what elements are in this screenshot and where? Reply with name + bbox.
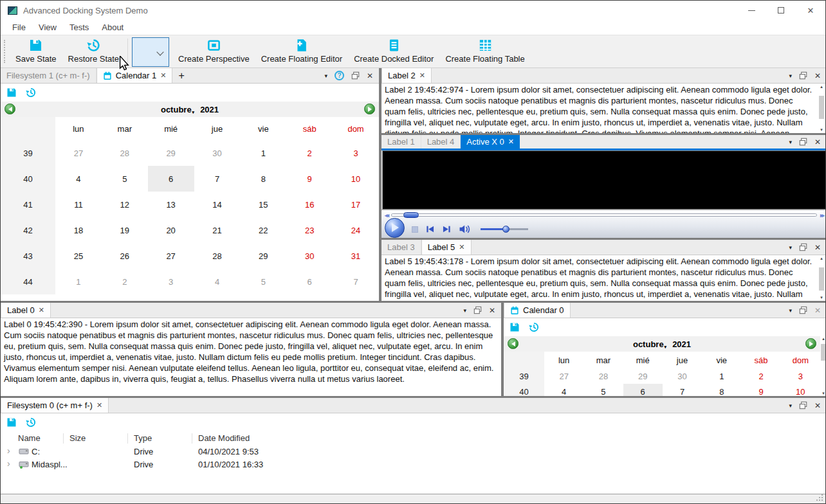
calendar-day-cell[interactable]: 15 xyxy=(240,192,286,217)
scroll-down-icon[interactable]: ▾ xyxy=(822,391,825,396)
tab-close-icon[interactable]: ✕ xyxy=(459,243,464,251)
calendar-day-cell[interactable]: 10 xyxy=(333,166,379,192)
calendar-day-cell[interactable]: 27 xyxy=(55,140,102,166)
calendar-day-cell[interactable]: 29 xyxy=(240,243,286,269)
tab-label2[interactable]: Label 2✕ xyxy=(381,68,432,83)
calendar-day-cell[interactable]: 24 xyxy=(333,217,379,243)
create-docked-editor-button[interactable]: Create Docked Editor xyxy=(348,35,439,68)
calendar-day-cell[interactable]: 30 xyxy=(194,140,241,166)
calendar-day-cell[interactable]: 18 xyxy=(55,217,102,243)
panel-close-icon[interactable]: ✕ xyxy=(367,71,373,80)
calendar-day-cell[interactable]: 7 xyxy=(333,269,379,294)
calendar-day-cell[interactable]: 6 xyxy=(286,269,333,294)
history-icon[interactable] xyxy=(26,87,36,98)
create-floating-editor-button[interactable]: Create Floating Editor xyxy=(255,35,348,68)
add-tab-button[interactable]: + xyxy=(172,68,190,83)
seek-thumb[interactable] xyxy=(403,212,419,218)
cell-name[interactable]: C: xyxy=(32,447,40,456)
prev-month-button[interactable] xyxy=(5,104,15,114)
calendar-day-cell[interactable]: 28 xyxy=(102,140,148,166)
calendar-day-cell[interactable]: 5 xyxy=(583,384,623,396)
calendar-day-cell[interactable]: 21 xyxy=(194,217,241,243)
calendar-day-cell[interactable]: 1 xyxy=(702,368,741,384)
calendar-day-cell[interactable]: 3 xyxy=(781,368,820,384)
tabs-menu-icon[interactable]: ▾ xyxy=(463,307,466,314)
prev-month-button[interactable] xyxy=(508,338,519,349)
panel-close-icon[interactable]: ✕ xyxy=(814,138,821,147)
calendar-day-cell[interactable]: 3 xyxy=(148,269,194,294)
tab-calendar1[interactable]: Calendar 1 ✕ xyxy=(96,68,173,83)
maximize-button[interactable] xyxy=(766,1,796,20)
tabs-menu-icon[interactable]: ▾ xyxy=(789,244,792,251)
panel-close-icon[interactable]: ✕ xyxy=(814,306,821,315)
tabs-menu-icon[interactable]: ▾ xyxy=(789,73,792,79)
calendar-day-cell[interactable]: 14 xyxy=(194,192,241,217)
minimize-button[interactable] xyxy=(737,1,766,20)
tab-close-icon[interactable]: ✕ xyxy=(419,71,425,80)
tab-label5[interactable]: Label 5✕ xyxy=(421,240,472,255)
tab-close-icon[interactable]: ✕ xyxy=(39,306,44,314)
restore-state-button[interactable]: Restore State xyxy=(62,35,125,68)
undock-icon[interactable] xyxy=(799,71,807,80)
rewind-icon[interactable]: ◂◂ xyxy=(385,212,388,219)
volume-thumb[interactable] xyxy=(502,226,509,233)
tabs-menu-icon[interactable]: ▾ xyxy=(789,307,792,314)
seek-slider[interactable] xyxy=(391,213,817,217)
panel-close-icon[interactable]: ✕ xyxy=(489,306,495,315)
calendar-day-cell[interactable]: 27 xyxy=(544,368,583,384)
calendar-day-cell[interactable]: 20 xyxy=(148,217,194,243)
panel-close-icon[interactable]: ✕ xyxy=(814,71,821,80)
column-header-size[interactable]: Size xyxy=(69,433,86,443)
menu-file[interactable]: File xyxy=(6,22,32,32)
play-button[interactable] xyxy=(385,218,405,238)
expand-chevron-icon[interactable]: › xyxy=(7,458,10,469)
scroll-thumb[interactable] xyxy=(819,267,824,291)
menu-about[interactable]: About xyxy=(95,22,130,32)
calendar-day-cell[interactable]: 9 xyxy=(741,384,780,396)
next-month-button[interactable] xyxy=(364,104,375,114)
tab-close-icon[interactable]: ✕ xyxy=(508,138,514,146)
calendar-day-cell[interactable]: 2 xyxy=(741,368,780,384)
mute-button[interactable] xyxy=(459,224,471,234)
calendar-day-cell[interactable]: 19 xyxy=(102,217,148,243)
scroll-up-icon[interactable]: ▴ xyxy=(822,336,825,341)
calendar-day-cell[interactable]: 10 xyxy=(781,384,820,396)
calendar-day-cell[interactable]: 28 xyxy=(194,243,241,269)
calendar-day-cell[interactable]: 29 xyxy=(148,140,194,166)
tabs-menu-icon[interactable]: ▾ xyxy=(324,73,327,79)
calendar-day-cell[interactable]: 8 xyxy=(240,166,286,192)
scrollbar[interactable]: ▴ ▾ xyxy=(818,84,825,132)
calendar-day-cell[interactable]: 27 xyxy=(148,243,194,269)
create-floating-table-button[interactable]: Create Floating Table xyxy=(439,35,530,68)
column-separator[interactable] xyxy=(127,433,128,444)
column-header-name[interactable]: Name xyxy=(18,433,41,443)
calendar-day-cell[interactable]: 6 xyxy=(148,166,194,192)
calendar-day-cell[interactable]: 9 xyxy=(286,166,333,192)
calendar-day-cell[interactable]: 29 xyxy=(623,368,663,384)
calendar-day-cell[interactable]: 6 xyxy=(623,384,663,396)
scroll-up-icon[interactable]: ▴ xyxy=(820,84,823,89)
panel-close-icon[interactable]: ✕ xyxy=(814,243,821,252)
undock-icon[interactable] xyxy=(473,306,482,314)
menu-tests[interactable]: Tests xyxy=(63,22,95,32)
calendar-day-cell[interactable]: 25 xyxy=(55,243,102,269)
scroll-thumb[interactable] xyxy=(821,344,826,361)
calendar0-month-year[interactable]: octubre▾2021 xyxy=(504,339,820,349)
history-icon[interactable] xyxy=(26,417,36,428)
calendar-day-cell[interactable]: 31 xyxy=(333,243,379,269)
scrollbar[interactable]: ▴ ▾ xyxy=(818,256,825,300)
calendar1-month-year[interactable]: octubre▾2021 xyxy=(1,105,379,114)
tab-label4[interactable]: Label 4 xyxy=(421,135,461,148)
tab-label3[interactable]: Label 3 xyxy=(381,240,421,255)
tab-activex0[interactable]: Active X 0✕ xyxy=(461,135,520,148)
cell-name[interactable]: Midaspl... xyxy=(32,460,68,469)
tab-label1[interactable]: Label 1 xyxy=(381,135,421,148)
calendar-day-cell[interactable]: 1 xyxy=(240,140,286,166)
save-state-button[interactable]: Save State xyxy=(10,35,62,68)
calendar-day-cell[interactable]: 5 xyxy=(102,166,148,192)
calendar-day-cell[interactable]: 13 xyxy=(148,192,194,217)
volume-slider[interactable] xyxy=(481,228,528,230)
expand-chevron-icon[interactable]: › xyxy=(7,446,10,456)
calendar-day-cell[interactable]: 8 xyxy=(702,384,741,396)
tab-filesystem0[interactable]: Filesystem 0 (c+ m+ f-)✕ xyxy=(1,398,109,413)
